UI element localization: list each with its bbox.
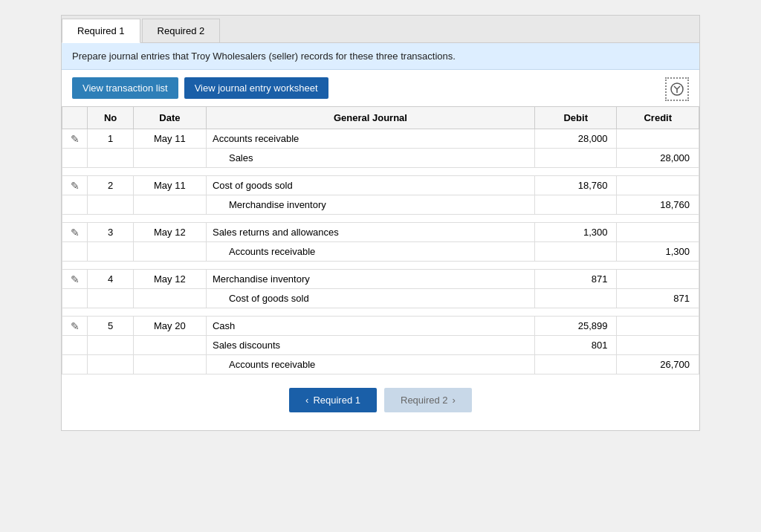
entry-number bbox=[88, 242, 133, 262]
col-gj-header: General Journal bbox=[206, 107, 534, 129]
table-row: Accounts receivable1,300 bbox=[62, 242, 699, 262]
col-no-header: No bbox=[88, 107, 133, 129]
entry-date: May 12 bbox=[133, 223, 206, 242]
edit-cell[interactable]: ✎ bbox=[62, 129, 88, 149]
entry-number bbox=[88, 149, 133, 168]
edit-button[interactable]: ✎ bbox=[71, 133, 80, 145]
edit-cell[interactable]: ✎ bbox=[62, 223, 88, 242]
entry-description: Merchandise inventory bbox=[206, 270, 534, 289]
entry-date bbox=[133, 289, 206, 308]
table-row: ✎5May 20Cash25,899 bbox=[62, 317, 699, 336]
edit-button[interactable]: ✎ bbox=[71, 180, 80, 192]
entry-debit bbox=[534, 289, 617, 308]
edit-cell bbox=[62, 195, 88, 215]
edit-button[interactable]: ✎ bbox=[71, 273, 80, 285]
table-row: ✎2May 11Cost of goods sold18,760 bbox=[62, 176, 699, 195]
entry-number: 3 bbox=[88, 223, 133, 242]
table-row: Sales28,000 bbox=[62, 149, 699, 168]
edit-cell bbox=[62, 355, 88, 374]
entry-debit: 1,300 bbox=[534, 223, 617, 242]
table-row: Cost of goods sold871 bbox=[62, 289, 699, 308]
entry-number bbox=[88, 195, 133, 215]
entry-description: Accounts receivable bbox=[206, 129, 534, 149]
col-date-header: Date bbox=[133, 107, 206, 129]
entry-debit bbox=[534, 355, 617, 374]
entry-number bbox=[88, 336, 133, 355]
entry-debit: 871 bbox=[534, 270, 617, 289]
next-chevron: › bbox=[453, 395, 456, 406]
view-transaction-list-button[interactable]: View transaction list bbox=[72, 77, 178, 99]
entry-date bbox=[133, 336, 206, 355]
toolbar: View transaction list View journal entry… bbox=[62, 70, 699, 106]
entry-credit bbox=[617, 317, 699, 336]
entry-debit: 18,760 bbox=[534, 176, 617, 195]
entry-description: Cash bbox=[206, 317, 534, 336]
entry-description: Sales discounts bbox=[206, 336, 534, 355]
view-journal-entry-worksheet-button[interactable]: View journal entry worksheet bbox=[184, 77, 328, 99]
edit-button[interactable]: ✎ bbox=[71, 227, 80, 239]
entry-number bbox=[88, 355, 133, 374]
spacer-row bbox=[62, 262, 699, 270]
help-icon[interactable] bbox=[665, 77, 689, 101]
spacer-row bbox=[62, 308, 699, 317]
entry-credit: 871 bbox=[617, 289, 699, 308]
edit-button[interactable]: ✎ bbox=[71, 320, 80, 332]
col-debit-header: Debit bbox=[534, 107, 617, 129]
entry-debit bbox=[534, 149, 617, 168]
entry-description: Cost of goods sold bbox=[206, 289, 534, 308]
entry-description: Merchandise inventory bbox=[206, 195, 534, 215]
tab-required1[interactable]: Required 1 bbox=[62, 19, 140, 43]
entry-debit: 28,000 bbox=[534, 129, 617, 149]
entry-date: May 11 bbox=[133, 176, 206, 195]
entry-credit bbox=[617, 336, 699, 355]
entry-date bbox=[133, 149, 206, 168]
entry-credit: 1,300 bbox=[617, 242, 699, 262]
edit-cell bbox=[62, 242, 88, 262]
entry-credit bbox=[617, 223, 699, 242]
entry-number bbox=[88, 289, 133, 308]
entry-debit bbox=[534, 242, 617, 262]
edit-cell[interactable]: ✎ bbox=[62, 317, 88, 336]
prev-button[interactable]: ‹ Required 1 bbox=[289, 388, 377, 412]
entry-credit: 18,760 bbox=[617, 195, 699, 215]
entry-number: 5 bbox=[88, 317, 133, 336]
edit-cell[interactable]: ✎ bbox=[62, 176, 88, 195]
entry-description: Cost of goods sold bbox=[206, 176, 534, 195]
entry-debit: 25,899 bbox=[534, 317, 617, 336]
next-button[interactable]: Required 2 › bbox=[384, 388, 472, 412]
col-credit-header: Credit bbox=[617, 107, 699, 129]
entry-credit: 28,000 bbox=[617, 149, 699, 168]
entry-credit: 26,700 bbox=[617, 355, 699, 374]
entry-debit: 801 bbox=[534, 336, 617, 355]
entry-number: 1 bbox=[88, 129, 133, 149]
entry-date: May 12 bbox=[133, 270, 206, 289]
entry-description: Sales bbox=[206, 149, 534, 168]
instruction-text: Prepare journal entries that Troy Wholes… bbox=[62, 43, 699, 70]
entry-description: Accounts receivable bbox=[206, 355, 534, 374]
spacer-row bbox=[62, 215, 699, 223]
entry-date: May 11 bbox=[133, 129, 206, 149]
next-label: Required 2 bbox=[401, 395, 448, 406]
edit-cell bbox=[62, 336, 88, 355]
table-row: Accounts receivable26,700 bbox=[62, 355, 699, 374]
entry-credit bbox=[617, 270, 699, 289]
table-row: Merchandise inventory18,760 bbox=[62, 195, 699, 215]
table-row: Sales discounts801 bbox=[62, 336, 699, 355]
entry-number: 2 bbox=[88, 176, 133, 195]
main-container: Required 1 Required 2 Prepare journal en… bbox=[61, 15, 700, 431]
tab-required2[interactable]: Required 2 bbox=[142, 19, 221, 42]
svg-line-1 bbox=[677, 86, 680, 89]
col-edit-header bbox=[62, 107, 88, 129]
prev-chevron: ‹ bbox=[305, 395, 308, 406]
edit-cell[interactable]: ✎ bbox=[62, 270, 88, 289]
table-row: ✎1May 11Accounts receivable28,000 bbox=[62, 129, 699, 149]
table-row: ✎4May 12Merchandise inventory871 bbox=[62, 270, 699, 289]
entry-date bbox=[133, 242, 206, 262]
edit-cell bbox=[62, 149, 88, 168]
spacer-row bbox=[62, 168, 699, 176]
edit-cell bbox=[62, 289, 88, 308]
nav-buttons: ‹ Required 1 Required 2 › bbox=[62, 374, 699, 430]
entry-description: Accounts receivable bbox=[206, 242, 534, 262]
table-row: ✎3May 12Sales returns and allowances1,30… bbox=[62, 223, 699, 242]
entry-description: Sales returns and allowances bbox=[206, 223, 534, 242]
